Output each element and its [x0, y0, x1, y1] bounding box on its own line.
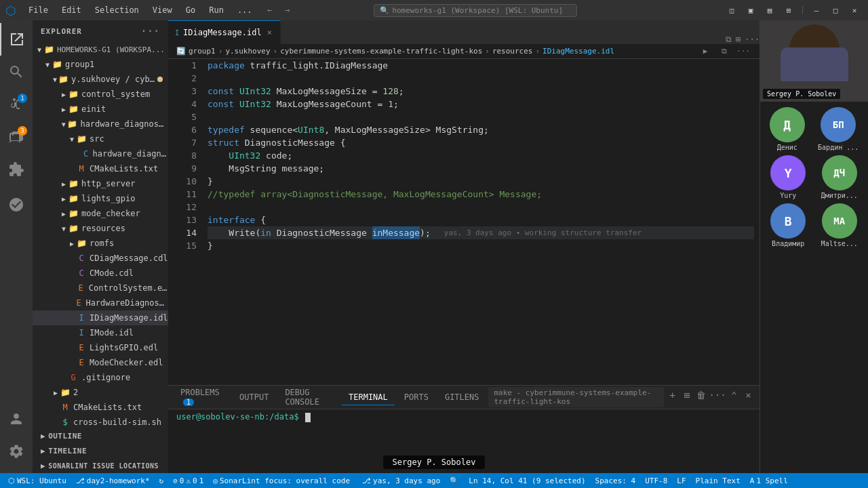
tree-hwdiag-edl[interactable]: E HardwareDiagnostic...	[33, 296, 168, 310]
status-sync[interactable]: ↻	[155, 473, 168, 488]
avatar-maltsev[interactable]: МА	[822, 203, 857, 239]
tree-modechecker[interactable]: ▶ 📁 mode_checker	[33, 206, 168, 221]
sidebar-timeline[interactable]: ▶ TIMELINE	[33, 443, 168, 458]
terminal-content[interactable]: user@sobolev-se-nb:/data$	[168, 409, 760, 473]
avatar-denis[interactable]: Д	[770, 107, 805, 142]
tab-output[interactable]: OUTPUT	[233, 390, 275, 405]
tree-workspace[interactable]: ▼ 📁 HOMEWORKS-G1 (WORKSPA...	[33, 42, 168, 57]
tree-2[interactable]: ▶ 📁 2	[33, 385, 168, 400]
tree-src[interactable]: ▼ 📁 src	[33, 131, 168, 146]
sidebar-outline[interactable]: ▶ OUTLINE	[33, 428, 168, 443]
tree-ctrlsys[interactable]: E ControlSystem.edl	[33, 281, 168, 296]
participant-dmitri[interactable]: ДЧ Дмитри...	[821, 155, 858, 199]
participant-vladimir[interactable]: В Владимир	[770, 203, 806, 247]
code-lines[interactable]: package traffic_light.IDiagMessage const…	[202, 59, 760, 385]
crumb-item[interactable]: group1	[189, 47, 216, 56]
avatar-bardin[interactable]: БП	[821, 107, 856, 142]
tree-einit[interactable]: ▶ 📁 einit	[33, 102, 168, 117]
tree-cmode[interactable]: C CMode.cdl	[33, 266, 168, 281]
activity-search[interactable]	[0, 56, 33, 88]
tree-lightsgpio-edl[interactable]: E LightsGPIO.edl	[33, 340, 168, 355]
more-actions-btn[interactable]: ···	[735, 43, 751, 60]
crumb-item[interactable]: resources	[492, 47, 533, 56]
activity-explorer[interactable]	[0, 23, 33, 56]
tree-idiagmsg[interactable]: I IDiagMessage.idl	[33, 310, 168, 325]
menu-run[interactable]: Run	[205, 4, 228, 16]
status-lineending[interactable]: LF	[673, 473, 690, 488]
activity-accounts[interactable]	[0, 403, 33, 435]
menu-edit[interactable]: Edit	[58, 4, 85, 16]
tree-cdiag[interactable]: C CDiagMessage.cdl	[33, 251, 168, 266]
terminal-trash-btn[interactable]: 🗑	[695, 387, 707, 403]
tree-resources[interactable]: ▼ 📁 resources	[33, 221, 168, 236]
activity-settings[interactable]	[0, 435, 33, 468]
crumb-file[interactable]: IDiagMessage.idl	[542, 47, 614, 56]
crumb-item[interactable]: cyberimmune-systems-example-traffic-ligh…	[280, 47, 482, 56]
menu-more[interactable]: ...	[233, 4, 256, 16]
add-terminal-btn[interactable]: +	[667, 387, 678, 403]
status-wsl[interactable]: ⬡ WSL: Ubuntu	[4, 473, 71, 488]
activity-extensions[interactable]	[0, 153, 33, 186]
avatar-dmitri[interactable]: ДЧ	[822, 155, 857, 190]
activity-remote[interactable]	[0, 188, 33, 221]
tab-gitlens[interactable]: GITLENS	[438, 390, 486, 405]
layout-btn-3[interactable]: ▤	[762, 3, 778, 17]
layout-btn-1[interactable]: ◫	[724, 3, 740, 17]
status-gitdate[interactable]: ⎇ yas, 3 days ago	[358, 473, 444, 488]
status-zoom[interactable]: 🔍	[446, 473, 463, 488]
participant-bardin[interactable]: БП Бардин ...	[818, 107, 859, 151]
participant-denis[interactable]: Д Денис	[770, 107, 805, 151]
activity-debug[interactable]: 3	[0, 121, 33, 153]
tree-imode[interactable]: I IMode.idl	[33, 325, 168, 340]
minimize-btn[interactable]: –	[808, 3, 825, 17]
tree-ysukhovey[interactable]: ▼ 📁 y.sukhovey / cyber...	[33, 72, 168, 87]
status-spell[interactable]: A 1 Spell	[746, 473, 792, 488]
nav-forward[interactable]: →	[279, 2, 296, 18]
active-task-label[interactable]: make - cyberimmune-systems-example-traff…	[488, 387, 664, 407]
tab-ports[interactable]: PORTS	[397, 390, 435, 405]
tab-debugconsole[interactable]: DEBUG CONSOLE	[278, 385, 339, 409]
menu-view[interactable]: View	[149, 4, 176, 16]
status-spaces[interactable]: Spaces: 4	[591, 473, 640, 488]
sidebar-sonarlint[interactable]: ▶ SONARLINT ISSUE LOCATIONS	[33, 458, 168, 473]
tree-group1[interactable]: ▼ 📁 group1	[33, 57, 168, 72]
nav-back[interactable]: ←	[262, 2, 278, 18]
tree-modechecker-edl[interactable]: E ModeChecker.edl	[33, 355, 168, 370]
tree-hwdiag[interactable]: ▼ 📁 hardware_diagnostic	[33, 117, 168, 131]
close-btn[interactable]: ✕	[846, 3, 863, 17]
tree-lightsgpio[interactable]: ▶ 📁 lights_gpio	[33, 191, 168, 206]
status-branch[interactable]: ⎇ day2-homework*	[72, 473, 154, 488]
layout-btn-4[interactable]: ⊞	[781, 3, 797, 17]
terminal-more-btn[interactable]: ···	[709, 387, 726, 403]
status-errors[interactable]: ⊘ 0 ⚠ 0 1	[169, 473, 208, 488]
tree-cmake1[interactable]: M CMakeLists.txt	[33, 161, 168, 176]
terminal-close-btn[interactable]: ×	[743, 387, 754, 403]
avatar-vladimir[interactable]: В	[770, 203, 806, 239]
terminal-max-btn[interactable]: ⌃	[728, 387, 740, 403]
tree-crossbuild[interactable]: $ cross-build-sim.sh	[33, 415, 168, 428]
participant-maltsev[interactable]: МА Maltse...	[821, 203, 858, 247]
status-sonar[interactable]: ◎ SonarLint focus: overall code	[209, 473, 354, 488]
tree-httpserver[interactable]: ▶ 📁 http_server	[33, 176, 168, 191]
tab-idiagmessage[interactable]: I IDiagMessage.idl ×	[168, 20, 281, 44]
activity-source-control[interactable]: 1	[0, 88, 33, 121]
tree-hwdiag-c[interactable]: C hardware_diagnosti...	[33, 146, 168, 161]
tree-cmake-root[interactable]: M CMakeLists.txt	[33, 400, 168, 415]
crumb-item[interactable]: y.sukhovey	[225, 47, 270, 56]
menu-go[interactable]: Go	[182, 4, 199, 16]
sidebar-more-btn[interactable]: ···	[141, 26, 160, 37]
code-editor[interactable]: 1 2 3 4 5 6 7 8 9 10 11 12 13 14 15 pack…	[168, 59, 760, 385]
status-language[interactable]: Plain Text	[692, 473, 745, 488]
menu-file[interactable]: File	[24, 4, 52, 16]
tab-problems[interactable]: PROBLEMS 1	[174, 385, 230, 409]
maximize-btn[interactable]: □	[827, 3, 844, 17]
tree-controlsystem[interactable]: ▶ 📁 control_system	[33, 87, 168, 102]
tab-close-btn[interactable]: ×	[266, 26, 273, 39]
status-cursor[interactable]: Ln 14, Col 41 (9 selected)	[465, 473, 589, 488]
terminal-layout-btn[interactable]: ⊞	[681, 387, 692, 403]
tree-romfs[interactable]: ▶ 📁 romfs	[33, 236, 168, 251]
layout-btn-2[interactable]: ▣	[743, 3, 759, 17]
split-editor-btn[interactable]: ⧉	[716, 43, 732, 60]
menu-selection[interactable]: Selection	[91, 4, 143, 16]
participant-yury[interactable]: Y Yury	[770, 155, 806, 199]
